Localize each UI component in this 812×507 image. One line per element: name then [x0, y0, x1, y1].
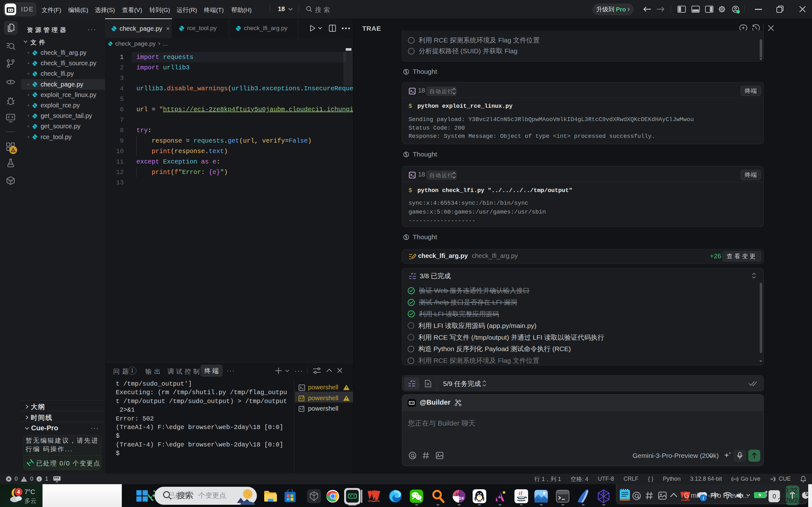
- svg-text:DX: DX: [459, 496, 464, 501]
- svg-text:JA: JA: [455, 492, 460, 497]
